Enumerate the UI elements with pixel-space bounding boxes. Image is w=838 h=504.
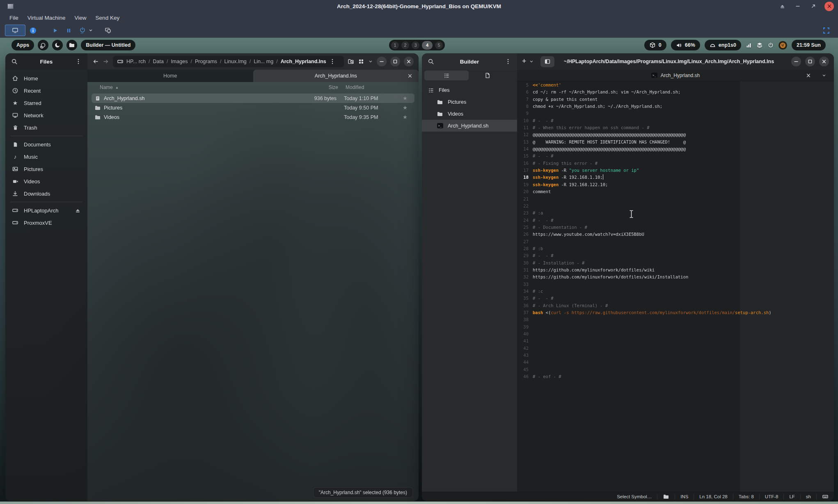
- network-pill[interactable]: enp1s0: [705, 40, 741, 50]
- crumb-linux-img[interactable]: Linux.Img: [224, 59, 247, 64]
- sidebar-item-documents[interactable]: Documents: [5, 138, 87, 151]
- code-line-6[interactable]: 6cd ~/; rm -rf ~/Arch_Hyprland.sh; vim ~…: [517, 89, 834, 96]
- star-icon[interactable]: ★: [396, 105, 414, 111]
- search-in-folder-icon[interactable]: [348, 58, 354, 65]
- code-line-12[interactable]: 12@@@@@@@@@@@@@@@@@@@@@@@@@@@@@@@@@@@@@@…: [517, 131, 834, 138]
- virtual-displays-button[interactable]: [102, 25, 114, 36]
- active-window-pill[interactable]: Builder — Untitled: [81, 40, 135, 50]
- crumb-lin-mg[interactable]: Lin... mg: [254, 59, 273, 64]
- pause-vm-button[interactable]: [63, 25, 74, 36]
- file-row-pictures[interactable]: PicturesToday 9:50 PM★: [92, 103, 414, 112]
- code-line-40[interactable]: 40: [517, 331, 834, 338]
- code-line-46[interactable]: 46# - eof - #: [517, 373, 834, 380]
- new-document-chevron[interactable]: [529, 59, 534, 64]
- editor-tab-close-icon[interactable]: [805, 72, 812, 79]
- code-line-42[interactable]: 42: [517, 345, 834, 352]
- back-button[interactable]: [92, 58, 99, 65]
- sidebar-item-home[interactable]: Home: [5, 72, 87, 84]
- toggle-sidebar-button[interactable]: [540, 56, 554, 67]
- cursor-position-indicator[interactable]: Ln 18, Col 28: [694, 492, 733, 501]
- code-line-23[interactable]: 23# :a: [517, 210, 834, 217]
- code-line-19[interactable]: 19ssh-keygen -R 192.168.122.10;: [517, 181, 834, 188]
- keyboard-icon[interactable]: [817, 492, 834, 501]
- star-icon[interactable]: ★: [396, 95, 414, 101]
- tab-arch-hyprland[interactable]: Arch_Hyprland.Ins: [253, 70, 419, 82]
- code-line-9[interactable]: 9: [517, 110, 834, 117]
- line-ending-indicator[interactable]: LF: [784, 492, 800, 501]
- code-line-16[interactable]: 16# - Fixing this error - #: [517, 160, 834, 167]
- volume-pill[interactable]: 66%: [671, 40, 700, 50]
- language-indicator[interactable]: sh: [801, 492, 816, 501]
- file-row-arch-hyprland-sh[interactable]: Arch_Hyprland.sh936 bytesToday 1:10 PM★: [92, 94, 414, 103]
- files-minimize-button[interactable]: [377, 57, 387, 66]
- builder-maximize-button[interactable]: [805, 57, 815, 66]
- project-tree-toggle[interactable]: [424, 71, 469, 80]
- code-line-43[interactable]: 43: [517, 352, 834, 359]
- file-row-videos[interactable]: VideosToday 9:35 PM★: [92, 112, 414, 122]
- console-view-button[interactable]: [5, 25, 25, 36]
- fullscreen-button[interactable]: [820, 25, 832, 36]
- code-line-14[interactable]: 14@@@@@@@@@@@@@@@@@@@@@@@@@@@@@@@@@@@@@@…: [517, 146, 834, 153]
- code-line-34[interactable]: 34# :c: [517, 288, 834, 295]
- code-line-15[interactable]: 15# - - #: [517, 153, 834, 160]
- code-line-10[interactable]: 10# - - #: [517, 117, 834, 124]
- sidebar-files-section[interactable]: Files: [422, 84, 517, 96]
- builder-minimize-button[interactable]: [791, 57, 801, 66]
- updates-pill[interactable]: 0: [644, 40, 666, 50]
- view-options-chevron[interactable]: [368, 59, 373, 64]
- shutdown-vm-button[interactable]: [77, 25, 88, 36]
- breadcrumb-kebab-icon[interactable]: [329, 58, 336, 65]
- run-vm-button[interactable]: [50, 25, 61, 36]
- code-editor[interactable]: 5<<'comment'6cd ~/; rm -rf ~/Arch_Hyprla…: [517, 81, 834, 492]
- document-list-toggle[interactable]: [479, 71, 497, 80]
- vm-details-button[interactable]: [27, 25, 39, 36]
- apps-button[interactable]: Apps: [11, 40, 34, 50]
- workspace-4[interactable]: 4: [422, 41, 433, 50]
- editor-tab-chevron[interactable]: [822, 73, 827, 78]
- eject-icon[interactable]: [75, 208, 81, 214]
- sidebar-item-starred[interactable]: ★Starred: [5, 97, 87, 109]
- code-line-11[interactable]: 11# - When this error happen on ssh comm…: [517, 124, 834, 131]
- code-line-37[interactable]: 37bash <(curl -s https://raw.githubuserc…: [517, 309, 834, 316]
- project-item-arch-hyprland-sh[interactable]: >_Arch_Hyprland.sh: [422, 120, 517, 132]
- code-line-24[interactable]: 24# - - #: [517, 217, 834, 224]
- code-line-21[interactable]: 21: [517, 196, 834, 203]
- insert-mode-indicator[interactable]: INS: [675, 492, 694, 501]
- code-line-41[interactable]: 41: [517, 338, 834, 344]
- code-line-13[interactable]: 13@ WARNING: REMOTE HOST IDENTIFICATION …: [517, 139, 834, 146]
- tab-width-indicator[interactable]: Tabs: 8: [733, 492, 759, 501]
- minimize-button[interactable]: [793, 2, 802, 11]
- sidebar-item-network[interactable]: Network: [5, 109, 87, 121]
- power-tray-icon[interactable]: [767, 42, 774, 48]
- close-button[interactable]: [824, 2, 834, 11]
- eject-icon[interactable]: [778, 2, 787, 11]
- levels-icon[interactable]: [746, 42, 752, 48]
- tab-close-icon[interactable]: [407, 73, 413, 79]
- sidebar-item-videos[interactable]: Videos: [5, 175, 87, 187]
- code-line-31[interactable]: 31https://github.com/mylinuxforwork/dotf…: [517, 267, 834, 274]
- files-launcher-icon[interactable]: [66, 40, 77, 50]
- clock-pill[interactable]: 21:59 Sun: [792, 40, 826, 50]
- code-line-36[interactable]: 36# - Arch Linux (Terminal) - #: [517, 302, 834, 309]
- files-menu-kebab-icon[interactable]: [75, 58, 82, 65]
- forward-button[interactable]: [103, 58, 109, 65]
- shutdown-menu-chevron[interactable]: [88, 25, 93, 36]
- crumb-images[interactable]: Images: [171, 59, 188, 64]
- sidebar-item-trash[interactable]: Trash: [5, 121, 87, 134]
- project-item-pictures[interactable]: Pictures: [422, 96, 517, 108]
- code-line-8[interactable]: 8chmod +x ~/Arch_Hyprland.sh; ~/./Arch_H…: [517, 103, 834, 110]
- code-line-5[interactable]: 5<<'comment': [517, 82, 834, 89]
- select-symbol-button[interactable]: Select Symbol…: [611, 492, 657, 501]
- builder-menu-kebab-icon[interactable]: [505, 58, 511, 65]
- crumb-data[interactable]: Data: [153, 59, 164, 64]
- code-line-30[interactable]: 30# - Installation - #: [517, 260, 834, 267]
- menu-file[interactable]: File: [5, 14, 23, 22]
- builder-close-button[interactable]: [819, 57, 829, 66]
- crumb-arch-hyprland-ins[interactable]: Arch_Hyprland.Ins: [281, 59, 326, 64]
- code-line-28[interactable]: 28# :b: [517, 245, 834, 252]
- column-modified[interactable]: Modified: [338, 84, 398, 90]
- files-maximize-button[interactable]: [390, 57, 400, 66]
- code-line-7[interactable]: 7copy & paste this content: [517, 96, 834, 103]
- crumb-programs[interactable]: Programs: [195, 59, 217, 64]
- code-line-38[interactable]: 38: [517, 316, 834, 323]
